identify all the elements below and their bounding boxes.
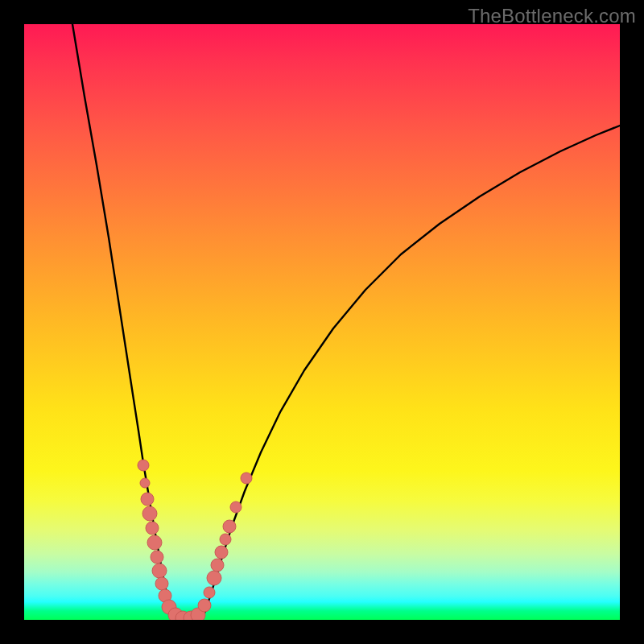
data-marker: [207, 571, 221, 585]
data-marker: [230, 502, 242, 513]
data-marker: [142, 506, 157, 521]
data-marker: [198, 599, 211, 612]
data-marker: [223, 520, 236, 533]
data-marker: [151, 551, 163, 564]
marker-group: [138, 460, 252, 620]
data-marker: [146, 522, 159, 535]
chart-svg: [24, 24, 620, 620]
data-marker: [215, 546, 228, 559]
data-marker: [140, 478, 150, 488]
data-marker: [204, 587, 215, 598]
watermark-text: TheBottleneck.com: [468, 5, 636, 27]
data-marker: [152, 564, 167, 578]
plot-area: [24, 24, 620, 620]
data-marker: [155, 577, 168, 590]
data-marker: [220, 534, 231, 545]
data-marker: [138, 460, 149, 471]
data-marker: [141, 493, 154, 506]
data-marker: [211, 559, 224, 572]
chart-frame: TheBottleneck.com: [0, 0, 644, 644]
data-marker: [147, 535, 162, 550]
data-marker: [241, 473, 252, 484]
